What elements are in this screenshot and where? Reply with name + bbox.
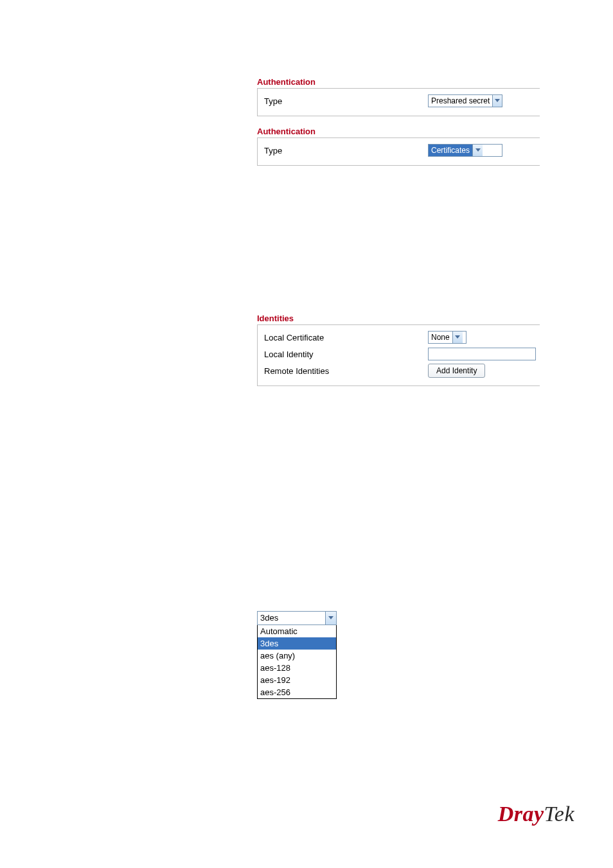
local-cert-value: None [429, 332, 452, 343]
local-cert-select[interactable]: None [428, 331, 466, 344]
auth2-panel: Type Certificates [257, 137, 540, 166]
brand-logo: DrayTek [498, 802, 574, 826]
encryption-option[interactable]: Automatic [258, 625, 336, 637]
auth1-type-label: Type [264, 96, 428, 106]
auth1-type-select[interactable]: Preshared secret [428, 94, 502, 107]
add-identity-button[interactable]: Add Identity [428, 364, 485, 378]
auth1-type-value: Preshared secret [429, 95, 492, 107]
local-cert-label: Local Certificate [264, 333, 428, 342]
auth2-type-label: Type [264, 146, 428, 155]
local-identity-label: Local Identity [264, 350, 428, 359]
identities-heading: Identities [257, 314, 540, 323]
encryption-dropdown[interactable]: 3des Automatic 3des aes (any) aes-128 ae… [257, 611, 337, 699]
auth1-heading: Authentication [257, 77, 540, 87]
chevron-down-icon [325, 612, 336, 624]
encryption-option[interactable]: aes-256 [258, 686, 336, 698]
auth1-panel: Type Preshared secret [257, 88, 540, 116]
local-identity-input[interactable] [428, 348, 536, 360]
auth2-type-value: Certificates [429, 145, 472, 156]
remote-identities-label: Remote Identities [264, 366, 428, 376]
chevron-down-icon [452, 332, 463, 343]
encryption-selected: 3des [258, 612, 325, 624]
identities-panel: Local Certificate None Local Identity Re… [257, 324, 540, 386]
encryption-option[interactable]: aes-192 [258, 674, 336, 686]
encryption-options-list: Automatic 3des aes (any) aes-128 aes-192… [257, 625, 337, 699]
encryption-option[interactable]: aes (any) [258, 650, 336, 662]
chevron-down-icon [492, 95, 502, 107]
chevron-down-icon [472, 145, 483, 156]
auth2-type-select[interactable]: Certificates [428, 144, 502, 157]
encryption-option[interactable]: aes-128 [258, 662, 336, 674]
encryption-option[interactable]: 3des [258, 637, 336, 650]
auth2-heading: Authentication [257, 127, 540, 136]
